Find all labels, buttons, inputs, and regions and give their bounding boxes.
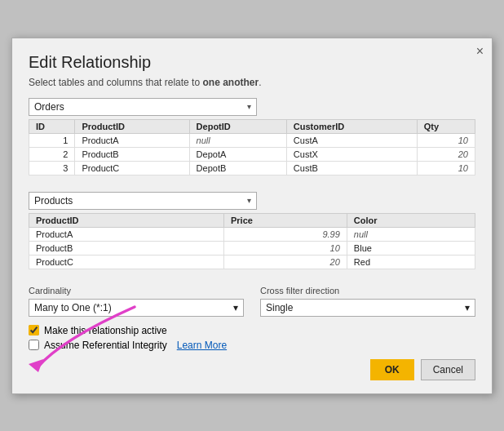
table-row: ProductC 20 Red (29, 255, 475, 269)
learn-more-link[interactable]: Learn More (177, 340, 227, 351)
col-header-price: Price (223, 213, 347, 227)
table-row: ProductA 9.99 null (29, 227, 475, 241)
table-row: 3 ProductC DepotB CustB 10 (29, 161, 475, 175)
close-button[interactable]: × (476, 45, 484, 58)
integrity-checkbox[interactable] (29, 340, 39, 350)
cross-filter-label: Cross filter direction (260, 286, 475, 295)
dialog-subtitle: Select tables and columns that relate to… (29, 77, 475, 88)
dialog-footer: OK Cancel (29, 359, 475, 380)
active-checkbox-label: Make this relationship active (44, 325, 167, 336)
active-checkbox[interactable] (29, 325, 39, 335)
products-dropdown-arrow: ▾ (247, 196, 251, 205)
products-dropdown[interactable]: Products ▾ (29, 192, 257, 210)
cross-filter-dropdown[interactable]: Single ▾ (260, 299, 475, 317)
cross-filter-arrow-icon: ▾ (465, 302, 470, 313)
col-header-color: Color (347, 213, 475, 227)
table-row: ProductB 10 Blue (29, 241, 475, 255)
col-header-depotid: DepotID (189, 119, 286, 133)
col-header-customerid: CustomerID (286, 119, 417, 133)
col-header-id: ID (29, 119, 75, 133)
col-header-productid2: ProductID (29, 213, 224, 227)
cardinality-arrow-icon: ▾ (233, 302, 238, 313)
orders-section: Orders ▾ ID ProductID DepotID CustomerID… (29, 98, 475, 176)
table-row: 1 ProductA null CustA 10 (29, 133, 475, 147)
integrity-checkbox-row: Assume Referential Integrity Learn More (29, 340, 475, 351)
cardinality-dropdown[interactable]: Many to One (*:1) ▾ (29, 299, 244, 317)
products-section: Products ▾ ProductID Price Color Product… (29, 192, 475, 269)
ok-button[interactable]: OK (370, 359, 414, 380)
cardinality-label: Cardinality (29, 286, 244, 295)
col-header-productid: ProductID (75, 119, 189, 133)
cardinality-section: Cardinality Many to One (*:1) ▾ Cross fi… (29, 286, 475, 317)
svg-marker-0 (29, 359, 43, 372)
orders-table: ID ProductID DepotID CustomerID Qty 1 Pr… (29, 119, 475, 176)
cancel-button[interactable]: Cancel (421, 359, 475, 380)
orders-dropdown-arrow: ▾ (247, 102, 251, 111)
edit-relationship-dialog: × Edit Relationship Select tables and co… (11, 38, 493, 394)
dialog-title: Edit Relationship (29, 53, 475, 72)
table-row: 2 ProductB DepotA CustX 20 (29, 147, 475, 161)
active-checkbox-row: Make this relationship active (29, 325, 475, 336)
integrity-checkbox-label: Assume Referential Integrity (44, 340, 167, 351)
checkboxes-section: Make this relationship active Assume Ref… (29, 325, 475, 351)
products-table: ProductID Price Color ProductA 9.99 null… (29, 213, 475, 269)
col-header-qty: Qty (417, 119, 475, 133)
orders-dropdown[interactable]: Orders ▾ (29, 98, 257, 116)
